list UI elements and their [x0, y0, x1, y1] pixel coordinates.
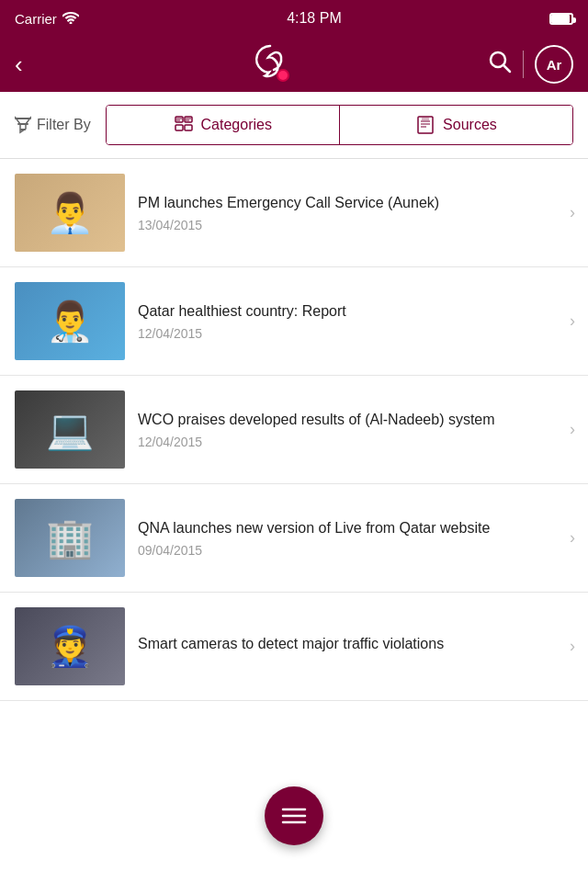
back-button[interactable]: ‹ — [15, 51, 51, 79]
news-date: 13/04/2015 — [138, 218, 551, 232]
battery-icon — [549, 13, 573, 25]
news-title: Smart cameras to detect major traffic vi… — [138, 634, 551, 654]
nav-right: Ar — [488, 45, 573, 84]
news-content: WCO praises developed results of (Al-Nad… — [125, 410, 588, 450]
news-thumbnail: 👨‍⚕️ — [15, 282, 125, 360]
carrier-label: Carrier — [15, 11, 57, 27]
news-thumbnail: 🏢 — [15, 499, 125, 577]
svg-rect-4 — [175, 117, 183, 122]
news-thumbnail: 💻 — [15, 390, 125, 469]
news-item[interactable]: 👨‍⚕️ Qatar healthiest country: Report 12… — [0, 267, 588, 376]
filter-tabs: Categories Sources — [106, 105, 573, 145]
news-date: 09/04/2015 — [138, 543, 551, 558]
search-button[interactable] — [488, 50, 512, 79]
categories-icon — [174, 115, 194, 135]
news-title: Qatar healthiest country: Report — [138, 301, 551, 322]
news-title: QNA launches new version of Live from Qa… — [138, 518, 551, 538]
news-arrow-icon: › — [570, 528, 575, 548]
filter-label: Filter By — [15, 116, 91, 134]
news-item[interactable]: 💻 WCO praises developed results of (Al-N… — [0, 376, 588, 484]
news-content: Qatar healthiest country: Report 12/04/2… — [125, 301, 588, 342]
news-arrow-icon: › — [570, 311, 575, 331]
tab-sources-label: Sources — [443, 117, 497, 133]
filter-bar: Filter By Categories S — [0, 92, 588, 159]
news-item[interactable]: 👨‍💼 PM launches Emergency Call Service (… — [0, 159, 588, 267]
tab-categories[interactable]: Categories — [107, 106, 340, 144]
app-logo — [51, 44, 488, 85]
news-content: PM launches Emergency Call Service (Aune… — [125, 193, 588, 233]
news-date: 12/04/2015 — [138, 326, 551, 341]
news-title: WCO praises developed results of (Al-Nad… — [138, 410, 551, 430]
status-time: 4:18 PM — [287, 10, 342, 27]
svg-rect-6 — [175, 125, 183, 130]
tab-sources[interactable]: Sources — [340, 106, 572, 144]
status-bar-left: Carrier — [15, 11, 79, 27]
news-thumbnail: 👮 — [15, 607, 125, 685]
news-arrow-icon: › — [570, 637, 575, 656]
svg-rect-16 — [422, 118, 429, 120]
news-list: 👨‍💼 PM launches Emergency Call Service (… — [0, 159, 588, 701]
status-bar: Carrier 4:18 PM — [0, 0, 588, 37]
svg-line-3 — [503, 65, 510, 72]
tab-categories-label: Categories — [201, 117, 272, 133]
svg-point-1 — [278, 71, 288, 80]
nav-bar: ‹ Ar — [0, 37, 588, 92]
filter-icon — [15, 116, 31, 134]
news-item[interactable]: 🏢 QNA launches new version of Live from … — [0, 484, 588, 593]
news-content: QNA launches new version of Live from Qa… — [125, 518, 588, 559]
news-title: PM launches Emergency Call Service (Aune… — [138, 193, 551, 213]
svg-rect-5 — [185, 117, 192, 122]
status-bar-right — [549, 13, 573, 25]
news-item[interactable]: 👮 Smart cameras to detect major traffic … — [0, 593, 588, 701]
news-thumbnail: 👨‍💼 — [15, 174, 125, 252]
language-toggle[interactable]: Ar — [535, 45, 573, 84]
svg-rect-7 — [185, 125, 192, 130]
news-date: 12/04/2015 — [138, 435, 551, 449]
sources-icon — [415, 115, 435, 135]
nav-divider — [523, 51, 524, 78]
news-arrow-icon: › — [570, 203, 575, 222]
wifi-icon — [62, 11, 79, 27]
news-content: Smart cameras to detect major traffic vi… — [125, 634, 588, 660]
news-arrow-icon: › — [570, 420, 575, 439]
